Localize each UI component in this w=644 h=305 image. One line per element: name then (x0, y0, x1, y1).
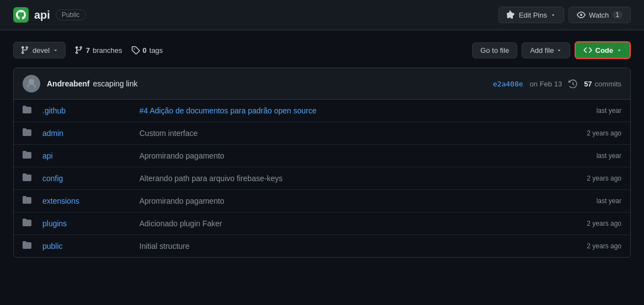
folder-icon (23, 105, 34, 116)
commits-label: commits (595, 80, 621, 88)
branch-count-icon (74, 46, 83, 55)
file-table: Andreabenf escaping link e2a408e on Feb … (13, 68, 631, 258)
edit-pins-label: Edit Pins (519, 11, 547, 19)
file-name[interactable]: config (42, 174, 131, 183)
file-time: 2 years ago (566, 242, 621, 250)
branch-selector-button[interactable]: devel (13, 42, 66, 58)
table-row: .github#4 Adição de documentos para padr… (14, 100, 630, 122)
table-row: pluginsAdicionado plugin Faker2 years ag… (14, 213, 630, 235)
file-time: 2 years ago (566, 175, 621, 182)
file-time: 2 years ago (566, 129, 621, 137)
branches-count: 7 (86, 46, 90, 55)
commit-header: Andreabenf escaping link e2a408e on Feb … (14, 68, 630, 100)
table-row: adminCustom interface2 years ago (14, 122, 630, 145)
folder-icon (23, 173, 34, 184)
file-name[interactable]: api (42, 151, 131, 160)
tags-link[interactable]: 0 tags (131, 46, 163, 55)
code-button[interactable]: Code (575, 41, 631, 59)
file-name[interactable]: plugins (42, 219, 131, 228)
file-commit-message: Apromirando pagamento (139, 151, 558, 160)
chevron-down-icon (556, 47, 562, 53)
commit-date: on Feb 13 (530, 80, 562, 88)
chevron-down-icon (53, 47, 58, 53)
branches-link[interactable]: 7 branches (74, 46, 122, 55)
branch-bar: devel 7 branches 0 tags Go to file (13, 41, 631, 59)
branch-bar-left: devel 7 branches 0 tags (13, 42, 163, 58)
watch-count: 1 (612, 11, 623, 19)
logo-icon (13, 7, 29, 23)
file-commit-message: Initial structure (139, 242, 558, 250)
branch-icon (20, 46, 29, 55)
tags-label: tags (149, 46, 163, 55)
watch-label: Watch (589, 11, 609, 19)
history-icon (569, 79, 577, 88)
branches-label: branches (93, 46, 122, 55)
top-bar: api Public Edit Pins Watch 1 (0, 0, 644, 30)
avatar (23, 75, 40, 92)
eye-icon (577, 10, 586, 19)
file-time: last year (566, 107, 621, 115)
file-name[interactable]: extensions (42, 197, 131, 205)
commit-message: escaping link (93, 79, 138, 88)
add-file-label: Add file (530, 46, 554, 55)
file-name[interactable]: admin (42, 129, 131, 138)
branch-bar-right: Go to file Add file Code (472, 41, 631, 59)
goto-file-button[interactable]: Go to file (472, 42, 517, 58)
add-file-button[interactable]: Add file (522, 42, 570, 58)
file-name[interactable]: .github (42, 106, 131, 115)
file-rows: .github#4 Adição de documentos para padr… (14, 100, 630, 257)
folder-icon (23, 195, 34, 206)
chevron-down-icon (616, 47, 622, 53)
table-row: extensionsApromirando pagamentolast year (14, 190, 630, 213)
file-time: last year (566, 197, 621, 205)
edit-pins-button[interactable]: Edit Pins (499, 7, 564, 23)
file-time: 2 years ago (566, 220, 621, 227)
commits-count: 57 commits (584, 80, 621, 88)
top-bar-right: Edit Pins Watch 1 (499, 7, 631, 23)
file-commit-message: Adicionado plugin Faker (139, 219, 558, 228)
branch-name: devel (33, 46, 50, 55)
public-badge: Public (56, 9, 86, 20)
top-bar-left: api Public (13, 7, 86, 23)
folder-icon (23, 150, 34, 161)
commits-number: 57 (584, 80, 592, 88)
code-icon (583, 46, 592, 55)
file-commit-message: Custom interface (139, 129, 558, 138)
watch-button[interactable]: Watch 1 (569, 7, 631, 23)
tags-count: 0 (143, 46, 147, 55)
table-row: apiApromirando pagamentolast year (14, 145, 630, 167)
commit-link[interactable]: #4 Adição de documentos para padrão open… (139, 106, 316, 115)
table-row: configAlterando path para arquivo fireba… (14, 167, 630, 190)
commit-sha[interactable]: e2a408e (493, 80, 523, 88)
folder-icon (23, 218, 34, 229)
table-row: publicInitial structure2 years ago (14, 235, 630, 257)
file-commit-message: Alterando path para arquivo firebase-key… (139, 174, 558, 183)
chevron-down-icon (550, 12, 556, 18)
commit-info: Andreabenf escaping link (47, 79, 486, 88)
folder-icon (23, 128, 34, 139)
code-label: Code (596, 46, 614, 55)
pin-icon (507, 10, 516, 19)
file-commit-message: #4 Adição de documentos para padrão open… (139, 106, 558, 115)
commit-meta: e2a408e on Feb 13 57 commits (493, 79, 621, 88)
commit-author: Andreabenf (47, 79, 90, 88)
main-content: devel 7 branches 0 tags Go to file (0, 30, 644, 269)
tag-icon (131, 46, 140, 55)
file-time: last year (566, 152, 621, 160)
file-name[interactable]: public (42, 242, 131, 250)
file-commit-message: Apromirando pagamento (139, 197, 558, 205)
repo-name: api (34, 9, 50, 21)
folder-icon (23, 241, 34, 252)
